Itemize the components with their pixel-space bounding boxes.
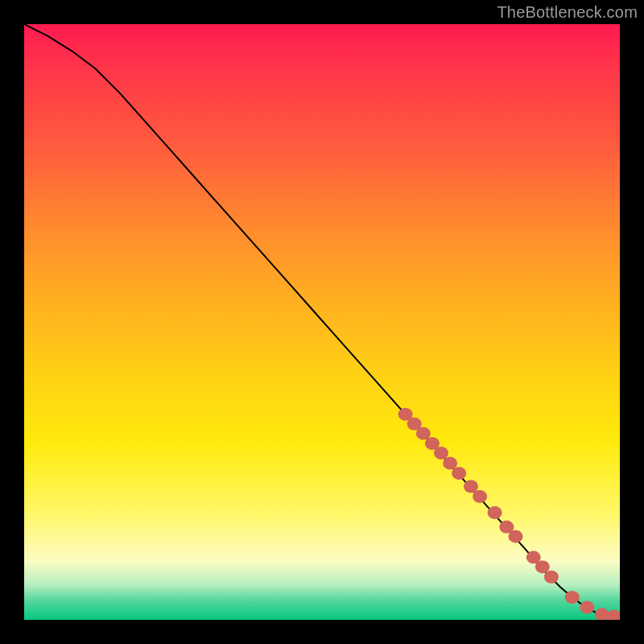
plot-area [24, 24, 620, 620]
data-marker [607, 610, 620, 620]
marker-group [398, 408, 620, 620]
chart-overlay [24, 24, 620, 620]
attribution-text: TheBottleneck.com [497, 3, 638, 22]
data-marker [535, 560, 550, 573]
data-marker [452, 467, 466, 480]
data-marker [544, 571, 559, 584]
data-marker [416, 427, 431, 440]
data-marker [565, 591, 580, 604]
data-marker [488, 506, 502, 519]
data-curve [24, 24, 620, 617]
chart-frame: TheBottleneck.com [0, 0, 644, 644]
data-marker [509, 530, 523, 543]
data-marker [580, 601, 594, 613]
data-marker [464, 480, 478, 493]
data-marker [473, 490, 487, 503]
data-marker [443, 456, 457, 469]
data-marker [434, 447, 448, 460]
